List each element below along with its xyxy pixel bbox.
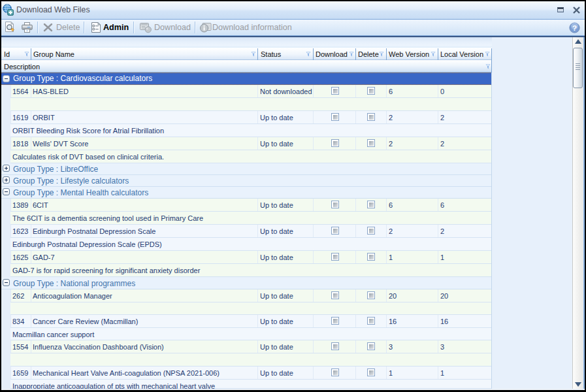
svg-text:?: ? bbox=[572, 24, 577, 32]
